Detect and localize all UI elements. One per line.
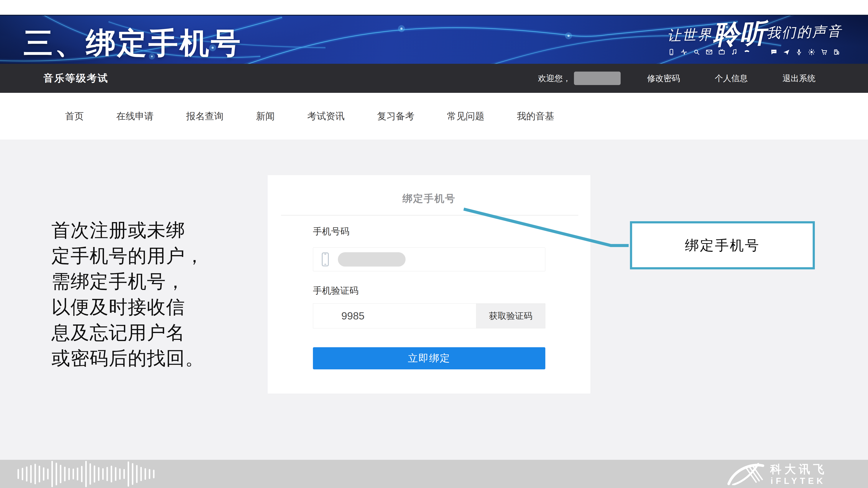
note-line: 或密码后的找回。 <box>52 346 204 371</box>
slogan-part: 让世界 <box>667 27 713 43</box>
top-strip <box>0 0 868 15</box>
menu-item-registration-query[interactable]: 报名查询 <box>186 110 223 123</box>
slogan-part: 聆听 <box>712 19 767 49</box>
menu-item-my-yinji[interactable]: 我的音基 <box>517 110 554 123</box>
iflytek-en-text: iFLYTEK <box>771 476 826 485</box>
microphone-icon <box>796 48 803 56</box>
note-line: 息及忘记用户名 <box>52 320 204 346</box>
phone-handset-icon <box>743 48 750 56</box>
redacted-phone-value <box>338 252 406 266</box>
phone-label: 手机号码 <box>313 225 349 237</box>
menu-item-review-prep[interactable]: 复习备考 <box>377 110 414 123</box>
menu-item-news[interactable]: 新闻 <box>256 110 275 123</box>
nav-logout[interactable]: 退出系统 <box>782 73 815 84</box>
smartphone-icon <box>321 252 330 267</box>
main-content: 首次注册或未绑 定手机号的用户， 需绑定手机号， 以便及时接收信 息及忘记用户名… <box>0 140 868 460</box>
navbar: 音乐等级考试 欢迎您， 修改密码 个人信息 退出系统 <box>0 64 868 93</box>
note-line: 需绑定手机号， <box>52 269 204 294</box>
divider <box>281 215 578 216</box>
sun-icon <box>808 48 815 56</box>
menu-item-online-application[interactable]: 在线申请 <box>116 110 154 123</box>
callout-box: 绑定手机号 <box>630 221 815 269</box>
menubar: 首页 在线申请 报名查询 新闻 考试资讯 复习备考 常见问题 我的音基 <box>0 93 868 140</box>
music-note-icon <box>731 48 738 56</box>
callout-label: 绑定手机号 <box>685 236 760 255</box>
bind-now-button[interactable]: 立即绑定 <box>313 347 545 369</box>
code-row: 获取验证码 <box>313 303 545 328</box>
bind-phone-card: 绑定手机号 手机号码 手机验证码 获取验证码 立即绑定 <box>267 175 591 394</box>
site-brand: 音乐等级考试 <box>43 72 108 85</box>
chat-bubble-icon <box>770 48 777 56</box>
fuel-pump-icon <box>833 48 840 56</box>
slogan-icon-row <box>668 48 840 56</box>
card-title: 绑定手机号 <box>268 192 590 205</box>
code-input[interactable] <box>313 304 476 328</box>
pulse-icon <box>681 48 687 56</box>
smartphone-icon <box>668 48 675 56</box>
nav-change-password[interactable]: 修改密码 <box>647 73 680 84</box>
plane-icon <box>783 48 790 56</box>
banner: 三、绑定手机号 让世界聆听我们的声音 <box>0 15 868 64</box>
note-line: 首次注册或未绑 <box>52 218 204 243</box>
slide-title: 三、绑定手机号 <box>24 24 242 63</box>
iflytek-cn-text: 科大讯飞 <box>770 463 828 476</box>
cart-icon <box>821 48 828 56</box>
get-code-button[interactable]: 获取验证码 <box>476 304 545 328</box>
search-icon <box>693 48 700 56</box>
note-line: 定手机号的用户， <box>52 243 204 269</box>
slogan-part: 我们的声音 <box>766 24 843 41</box>
footer: 科大讯飞 iFLYTEK <box>0 460 868 488</box>
iflytek-logo: 科大讯飞 iFLYTEK <box>726 463 847 485</box>
audio-waveform-icon <box>17 461 161 487</box>
phone-input[interactable] <box>313 248 545 271</box>
menu-item-home[interactable]: 首页 <box>65 110 84 123</box>
note-line: 以便及时接收信 <box>52 294 204 320</box>
menu-item-exam-info[interactable]: 考试资讯 <box>307 110 345 123</box>
redacted-username <box>574 72 621 85</box>
mail-icon <box>706 48 713 56</box>
welcome-text: 欢迎您， <box>538 73 571 84</box>
nav-profile[interactable]: 个人信息 <box>715 73 748 84</box>
code-label: 手机验证码 <box>313 285 359 297</box>
nav-user-area: 欢迎您， 修改密码 个人信息 退出系统 <box>538 72 815 85</box>
brand-slogan: 让世界聆听我们的声音 <box>666 15 843 52</box>
instruction-note: 首次注册或未绑 定手机号的用户， 需绑定手机号， 以便及时接收信 息及忘记用户名… <box>52 218 204 371</box>
menu-item-faq[interactable]: 常见问题 <box>447 110 484 123</box>
tv-icon <box>718 48 725 56</box>
